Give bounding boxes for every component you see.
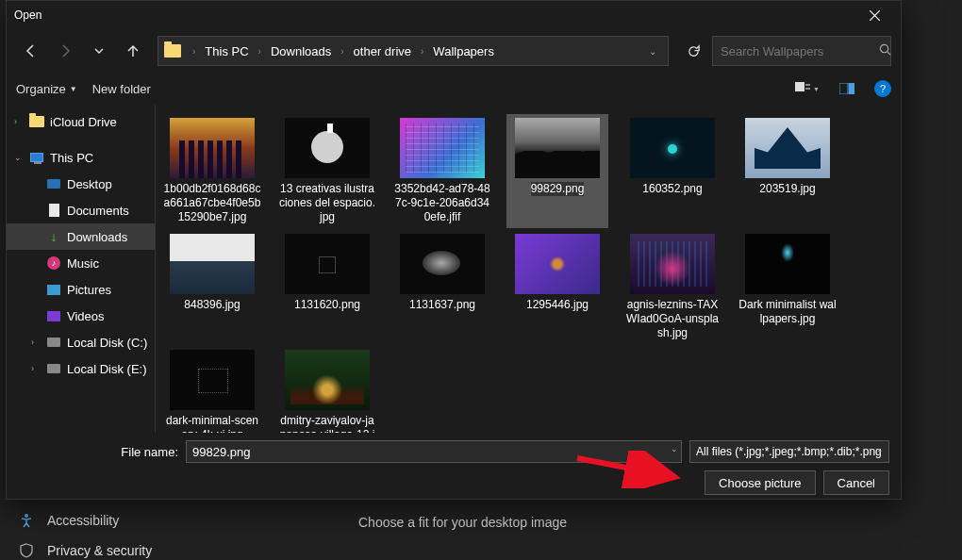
tree-item-documents[interactable]: Documents [7, 197, 155, 223]
tree-item-this-pc[interactable]: ⌄This PC [7, 144, 155, 171]
search-input[interactable] [721, 44, 879, 58]
new-folder-button[interactable]: New folder [92, 82, 151, 96]
file-thumbnail [170, 118, 255, 178]
cancel-button[interactable]: Cancel [823, 470, 889, 495]
tree-item-label: Music [67, 256, 99, 271]
tree-item-desktop[interactable]: Desktop [7, 171, 155, 197]
chevron-down-icon[interactable]: ⌄ [671, 444, 678, 453]
bg-nav-label: Privacy & security [47, 543, 152, 558]
filename-input[interactable] [186, 440, 682, 463]
preview-pane-button[interactable] [835, 77, 859, 100]
file-type-filter[interactable]: All files (*.jpg;*.jpeg;*.bmp;*.dib;*.pn… [689, 440, 889, 463]
svg-point-1 [880, 44, 887, 52]
choose-picture-button[interactable]: Choose picture [705, 470, 815, 495]
arrow-left-icon [24, 43, 39, 58]
file-item[interactable]: 3352bd42-ad78-487c-9c1e-206a6d340efe.jfi… [391, 114, 493, 228]
file-name-label: 848396.jpg [184, 298, 240, 312]
preview-pane-icon [839, 83, 854, 94]
file-name-label: 1131637.png [409, 298, 475, 312]
crumb-downloads[interactable]: Downloads [269, 44, 333, 58]
tree-item-music[interactable]: ♪Music [7, 250, 155, 276]
file-item[interactable]: 99829.png [506, 114, 608, 228]
file-item[interactable]: agnis-leznins-TAXWIad0GoA-unsplash.jpg [622, 230, 723, 344]
tree-arrow-icon: › [31, 364, 41, 373]
file-thumbnail [515, 118, 600, 178]
crumb-sep: › [189, 46, 199, 57]
organize-menu[interactable]: Organize ▼ [16, 82, 77, 96]
chevron-down-icon: ▼ [70, 85, 77, 93]
file-item[interactable]: Dark minimalist wallpapers.jpg [737, 230, 838, 344]
accessibility-icon [19, 513, 34, 528]
forward-button[interactable] [50, 36, 80, 66]
tree-item-label: Local Disk (E:) [67, 362, 147, 376]
file-item[interactable]: 203519.jpg [737, 114, 838, 228]
file-item[interactable]: 1295446.jpg [506, 230, 608, 344]
tree-item-pictures[interactable]: Pictures [7, 276, 155, 303]
svg-rect-2 [795, 82, 804, 91]
file-name-label: Dark minimalist wallpapers.jpg [738, 298, 837, 326]
refresh-button[interactable] [678, 36, 708, 66]
pic-icon [46, 282, 61, 297]
search-box[interactable] [712, 36, 891, 66]
shield-icon [19, 543, 34, 558]
pc-icon [29, 150, 44, 165]
tree-item-label: Documents [67, 204, 129, 218]
tree-item-local-disk-e-[interactable]: ›Local Disk (E:) [7, 355, 155, 382]
file-item[interactable]: 1131637.png [391, 230, 493, 344]
recent-button[interactable] [84, 36, 114, 66]
tree-item-downloads[interactable]: ↓Downloads [7, 223, 155, 250]
crumb-wallpapers[interactable]: Wallpapers [431, 44, 496, 58]
file-thumbnail [285, 118, 370, 178]
crumb-this-pc[interactable]: This PC [203, 44, 250, 58]
disk-icon [46, 361, 61, 376]
file-item[interactable]: 1b00db2f0168d68ca661a67cbe4f0e5b15290be7… [161, 114, 263, 228]
search-icon [879, 43, 891, 58]
crumb-expand[interactable]: ⌄ [643, 46, 662, 57]
file-grid[interactable]: 1b00db2f0168d68ca661a67cbe4f0e5b15290be7… [156, 105, 901, 433]
file-thumbnail [400, 118, 485, 178]
help-button[interactable]: ? [874, 80, 891, 97]
nav-bar: › This PC › Downloads › other drive › Wa… [7, 29, 901, 73]
file-name-label: 1b00db2f0168d68ca661a67cbe4f0e5b15290be7… [163, 182, 261, 224]
chevron-down-icon: ▼ [813, 86, 820, 92]
back-button[interactable] [16, 36, 46, 66]
up-button[interactable] [118, 36, 148, 66]
nav-tree[interactable]: ›iCloud Drive⌄This PCDesktopDocuments↓Do… [7, 105, 156, 433]
file-thumbnail [170, 234, 255, 294]
close-icon [870, 10, 880, 21]
tree-item-videos[interactable]: Videos [7, 303, 155, 329]
file-item[interactable]: 13 creativas ilustraciones del espacio.j… [276, 114, 378, 228]
titlebar: Open [7, 1, 901, 29]
view-mode-button[interactable]: ▼ [795, 77, 820, 100]
arrow-up-icon [125, 43, 141, 58]
doc-icon [46, 203, 61, 218]
bg-nav-privacy[interactable]: Privacy & security [19, 543, 152, 558]
file-thumbnail [630, 118, 715, 178]
tree-arrow-icon: › [14, 117, 24, 126]
bg-nav-accessibility[interactable]: Accessibility [19, 513, 119, 528]
file-name-label: 160352.png [642, 182, 702, 196]
folder-icon [29, 114, 44, 129]
file-thumbnail [745, 234, 830, 294]
toolbar: Organize ▼ New folder ▼ ? [7, 73, 901, 105]
file-item[interactable]: dark-minimal-scenery-4k-xj.jpg [161, 346, 263, 433]
bg-nav-label: Accessibility [47, 513, 119, 528]
tree-item-label: Desktop [67, 177, 112, 191]
file-item[interactable]: 848396.jpg [161, 230, 263, 344]
svg-point-0 [25, 514, 28, 518]
file-name-label: 3352bd42-ad78-487c-9c1e-206a6d340efe.jfi… [393, 182, 491, 224]
folder-icon [164, 44, 181, 58]
file-item[interactable]: dmitry-zaviyalov-japanese-village-12.jpg [276, 346, 378, 433]
dialog-title: Open [14, 8, 41, 22]
close-button[interactable] [855, 1, 893, 29]
breadcrumb-bar[interactable]: › This PC › Downloads › other drive › Wa… [158, 36, 669, 66]
tree-item-local-disk-c-[interactable]: ›Local Disk (C:) [7, 329, 155, 355]
crumb-other-drive[interactable]: other drive [352, 44, 413, 58]
svg-rect-5 [839, 83, 848, 94]
tree-item-icloud-drive[interactable]: ›iCloud Drive [7, 108, 155, 135]
file-name-label: 203519.jpg [759, 182, 815, 196]
file-item[interactable]: 1131620.png [276, 230, 378, 344]
disk-icon [46, 335, 61, 350]
file-name-label: 13 creativas ilustraciones del espacio.j… [278, 182, 376, 224]
file-item[interactable]: 160352.png [622, 114, 723, 228]
